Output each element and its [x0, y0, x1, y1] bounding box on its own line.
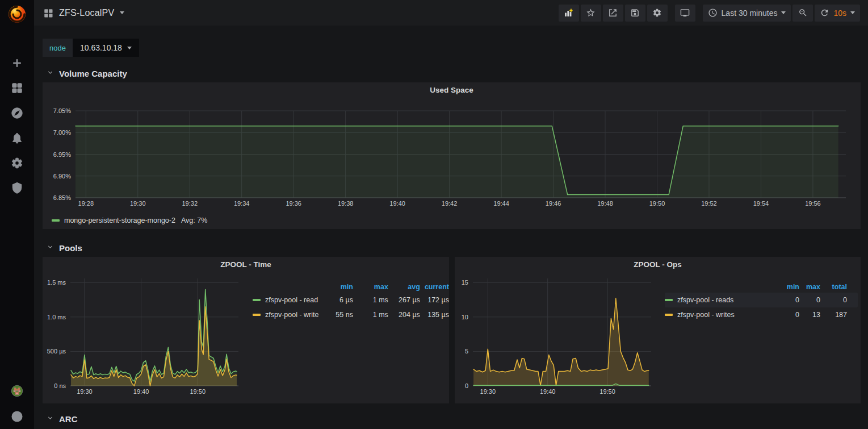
- series-swatch: [253, 299, 261, 301]
- legend-column-header[interactable]: min: [325, 283, 353, 291]
- zpool-time-chart[interactable]: 19:3019:4019:500 ns500 µs1.0 ms1.5 ms: [43, 257, 449, 403]
- svg-text:19:30: 19:30: [130, 200, 146, 207]
- settings-gear-icon: [652, 8, 662, 18]
- svg-text:0 ns: 0 ns: [54, 382, 66, 389]
- svg-text:7.05%: 7.05%: [53, 107, 71, 114]
- user-avatar[interactable]: [0, 381, 34, 401]
- legend-value: 0: [739, 296, 799, 304]
- time-range-picker[interactable]: Last 30 minutes: [703, 5, 791, 22]
- legend-column-header[interactable]: avg: [388, 283, 420, 291]
- legend-column-header[interactable]: max: [353, 283, 388, 291]
- dashboards-icon[interactable]: [0, 78, 34, 98]
- server-admin-shield-icon[interactable]: [0, 178, 34, 198]
- legend-value: 1 ms: [353, 311, 388, 319]
- used-space-chart[interactable]: 19:2819:3019:3219:3419:3619:3819:4019:42…: [43, 82, 861, 229]
- chevron-down-icon: [120, 11, 124, 14]
- variable-node-label: node: [43, 39, 73, 57]
- help-icon[interactable]: [0, 407, 34, 426]
- zoom-out-button[interactable]: [792, 5, 813, 22]
- legend-value: 187: [820, 311, 847, 319]
- legend-column-header[interactable]: max: [799, 283, 820, 291]
- clock-icon: [708, 8, 718, 18]
- chevron-down-icon: [47, 414, 54, 424]
- panel-zpool-time: ZPOOL - Time 19:3019:4019:500 ns500 µs1.…: [43, 257, 449, 403]
- add-panel-button[interactable]: [559, 5, 579, 22]
- row-title: Pools: [59, 243, 82, 253]
- dashboard-title-dropdown[interactable]: ZFS-LocalPV: [43, 8, 124, 18]
- add-panel-icon: [564, 8, 573, 18]
- zoom-out-icon: [798, 8, 808, 18]
- svg-text:19:54: 19:54: [753, 200, 769, 207]
- cycle-view-button[interactable]: [675, 5, 695, 22]
- svg-text:5: 5: [465, 348, 468, 355]
- row-header-arc[interactable]: ARC: [34, 411, 78, 427]
- dashboard-content: node 10.63.10.18 Volume Capacity Used Sp…: [34, 26, 868, 429]
- legend-series-name[interactable]: zfspv-pool - writes: [665, 311, 739, 319]
- legend-header-row: minmaxavgcurrent: [253, 281, 449, 293]
- svg-text:19:56: 19:56: [805, 200, 821, 207]
- svg-text:6.85%: 6.85%: [53, 194, 71, 201]
- legend-series-row[interactable]: zfspv-pool - reads000: [665, 293, 858, 307]
- panel-used-space: Used Space 19:2819:3019:3219:3419:3619:3…: [43, 82, 861, 229]
- legend-value: 6 µs: [325, 296, 353, 304]
- svg-text:19:50: 19:50: [599, 388, 615, 395]
- dashboard-grid-icon: [43, 8, 53, 18]
- legend-series-name[interactable]: zfspv-pool - reads: [665, 296, 739, 304]
- svg-text:10: 10: [462, 314, 468, 320]
- variable-node-value-dropdown[interactable]: 10.63.10.18: [73, 39, 139, 57]
- refresh-button[interactable]: 10s: [815, 5, 860, 22]
- zpool-ops-legend-table: minmaxtotalzfspv-pool - reads000zfspv-po…: [665, 281, 858, 322]
- dashboard-settings-button[interactable]: [647, 5, 668, 22]
- legend-value: 0: [799, 296, 820, 304]
- star-button[interactable]: [581, 5, 601, 22]
- chevron-down-icon: [781, 11, 786, 14]
- svg-text:19:42: 19:42: [442, 200, 458, 207]
- legend-value: 1 ms: [353, 296, 388, 304]
- legend-header-row: minmaxtotal: [665, 281, 858, 293]
- save-icon: [630, 8, 640, 18]
- chevron-down-icon: [47, 68, 54, 78]
- configuration-gear-icon[interactable]: [0, 153, 34, 173]
- svg-text:19:38: 19:38: [338, 200, 354, 207]
- svg-text:19:32: 19:32: [182, 200, 198, 207]
- share-button[interactable]: [603, 5, 623, 22]
- grafana-logo[interactable]: [6, 2, 28, 25]
- svg-text:19:40: 19:40: [389, 200, 405, 207]
- legend-column-header[interactable]: total: [820, 283, 847, 291]
- legend-series-row[interactable]: zfspv-pool - write55 ns1 ms204 µs135 µs: [253, 307, 449, 322]
- legend-series-name[interactable]: zfspv-pool - write: [253, 311, 325, 319]
- series-swatch: [665, 299, 673, 301]
- used-space-legend[interactable]: mongo-persistent-storage-mongo-2 Avg: 7%: [52, 216, 207, 224]
- svg-text:19:34: 19:34: [234, 200, 250, 207]
- row-title: Volume Capacity: [59, 69, 127, 78]
- top-navbar: ZFS-LocalPV: [34, 0, 868, 26]
- svg-text:1.0 ms: 1.0 ms: [47, 314, 66, 320]
- star-icon: [586, 8, 596, 18]
- zpool-time-legend-table: minmaxavgcurrentzfspv-pool - read6 µs1 m…: [253, 281, 449, 322]
- time-range-label: Last 30 minutes: [722, 9, 778, 18]
- legend-column-header[interactable]: min: [739, 283, 799, 291]
- series-stat: Avg: 7%: [181, 216, 207, 224]
- series-name: mongo-persistent-storage-mongo-2: [64, 216, 175, 224]
- row-header-pools[interactable]: Pools: [34, 240, 82, 256]
- explore-compass-icon[interactable]: [0, 103, 34, 123]
- create-plus-icon[interactable]: [0, 53, 34, 73]
- svg-text:19:40: 19:40: [133, 388, 149, 395]
- legend-series-name[interactable]: zfspv-pool - read: [253, 296, 325, 304]
- legend-series-row[interactable]: zfspv-pool - writes013187: [665, 307, 858, 322]
- svg-text:15: 15: [462, 279, 468, 286]
- row-title: ARC: [59, 414, 78, 424]
- dashboard-title: ZFS-LocalPV: [59, 8, 114, 18]
- legend-series-row[interactable]: zfspv-pool - read6 µs1 ms267 µs172 µs: [253, 293, 449, 307]
- svg-text:19:30: 19:30: [77, 388, 93, 395]
- chevron-down-icon: [127, 47, 132, 49]
- alerting-bell-icon[interactable]: [0, 128, 34, 148]
- zpool-ops-chart[interactable]: 19:3019:4019:50051015: [455, 257, 861, 403]
- svg-text:19:28: 19:28: [78, 200, 94, 207]
- series-swatch: [665, 314, 673, 316]
- save-button[interactable]: [625, 5, 645, 22]
- legend-column-header[interactable]: current: [420, 283, 449, 291]
- row-header-volume-capacity[interactable]: Volume Capacity: [34, 65, 127, 81]
- chevron-down-icon: [47, 243, 54, 253]
- svg-text:6.90%: 6.90%: [53, 173, 71, 180]
